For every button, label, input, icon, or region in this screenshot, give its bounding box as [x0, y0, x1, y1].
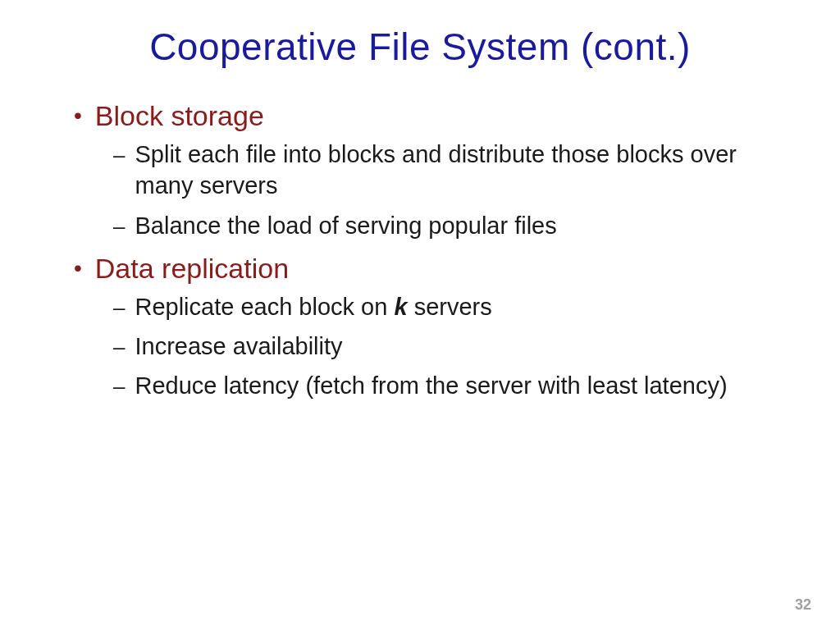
list-item: – Replicate each block on k servers [113, 291, 791, 322]
sub-list-block-storage: – Split each file into blocks and distri… [74, 139, 791, 241]
bullet-l2-text: Split each file into blocks and distribu… [135, 139, 791, 202]
page-number: 32 [795, 596, 811, 614]
slide-title: Cooperative File System (cont.) [49, 25, 791, 69]
text-emphasis: k [394, 294, 407, 320]
sub-list-data-replication: – Replicate each block on k servers – In… [74, 291, 791, 402]
list-item: – Reduce latency (fetch from the server … [113, 370, 791, 401]
bullet-l2-text: Increase availability [135, 331, 342, 362]
dash-marker-icon: – [113, 334, 125, 362]
bullet-l2-text: Reduce latency (fetch from the server wi… [135, 370, 727, 401]
slide-content: • Block storage – Split each file into b… [49, 100, 791, 402]
text-prefix: Replicate each block on [135, 294, 394, 320]
bullet-marker-icon: • [74, 104, 82, 127]
dash-marker-icon: – [113, 213, 125, 241]
dash-marker-icon: – [113, 373, 125, 401]
bullet-data-replication: • Data replication [74, 253, 791, 285]
bullet-block-storage: • Block storage [74, 100, 791, 132]
bullet-marker-icon: • [74, 257, 82, 280]
list-item: – Split each file into blocks and distri… [113, 139, 791, 202]
bullet-l2-text: Balance the load of serving popular file… [135, 210, 556, 241]
dash-marker-icon: – [113, 294, 125, 322]
text-suffix: servers [408, 294, 492, 320]
dash-marker-icon: – [113, 142, 125, 170]
bullet-l1-label: Data replication [95, 253, 289, 285]
list-item: – Balance the load of serving popular fi… [113, 210, 791, 241]
bullet-l1-label: Block storage [95, 100, 264, 132]
slide-container: Cooperative File System (cont.) • Block … [0, 0, 840, 630]
list-item: – Increase availability [113, 331, 791, 362]
bullet-l2-text: Replicate each block on k servers [135, 291, 491, 322]
